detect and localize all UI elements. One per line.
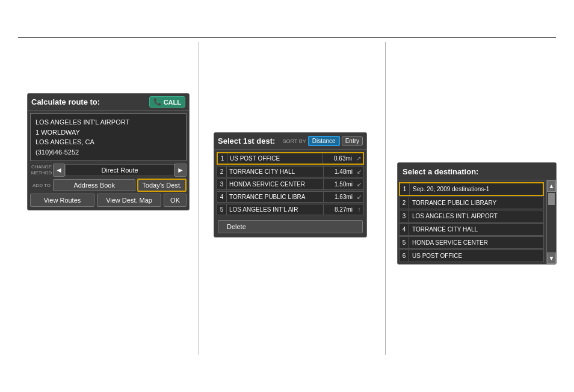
item-name-3: HONDA SERVICE CENTER [227, 179, 324, 189]
item-arrow-4: ↙ [355, 194, 363, 200]
dest-item-3[interactable]: 3 HONDA SERVICE CENTER 1.50mi ↙ [217, 179, 364, 190]
route-next-button[interactable]: ► [174, 164, 187, 177]
address-line-1: LOS ANGELES INT'L AIRPORT [35, 117, 181, 127]
route-method-row: CHANGEMETHOD ◄ Direct Route ► [30, 164, 187, 177]
dest-item-2[interactable]: 2 TORRANCE CITY HALL 1.48mi ↙ [217, 166, 364, 177]
bottom-row: View Routes View Dest. Map OK [30, 194, 187, 207]
item-arrow-3: ↙ [355, 181, 363, 188]
select-item-5[interactable]: 5 HONDA SERVICE CENTER [399, 236, 544, 249]
item-dist-4: 1.63mi [324, 192, 355, 202]
select-item-4[interactable]: 4 TORRANCE CITY HALL [399, 223, 544, 236]
scroll-up-button[interactable]: ▲ [547, 180, 556, 192]
sort-distance-button[interactable]: Distance [308, 136, 340, 146]
select-item-2[interactable]: 2 TORRANCE PUBLIC LIBRARY [399, 197, 544, 209]
select-1st-dest-panel: Select 1st dest: SORT BY Distance Entry … [214, 132, 367, 237]
route-type-display: Direct Route [65, 164, 174, 176]
route-prev-button[interactable]: ◄ [53, 164, 65, 177]
item-num-4: 4 [217, 192, 227, 202]
call-button[interactable]: 📞 CALL [149, 96, 185, 108]
item-arrow-5: ↑ [355, 206, 363, 213]
sort-controls: SORT BY Distance Entry [283, 136, 363, 146]
add-to-row: ADD TO Address Book Today's Dest. [30, 179, 187, 192]
address-display: LOS ANGELES INT'L AIRPORT 1 WORLDWAY LOS… [30, 113, 187, 161]
destinations-list: 1 US POST OFFICE 0.63mi ↗ 2 TORRANCE CIT… [214, 150, 366, 218]
sort-entry-button[interactable]: Entry [342, 136, 363, 145]
item-dist-1: 0.63mi [323, 153, 354, 164]
select-num-6: 6 [400, 250, 409, 262]
item-arrow-1: ↗ [354, 155, 363, 162]
phone-icon: 📞 [153, 98, 162, 106]
select-name-4: TORRANCE CITY HALL [409, 224, 543, 235]
panel1-title: Calculate route to: [31, 97, 100, 106]
item-num-2: 2 [217, 167, 227, 177]
select-num-5: 5 [400, 237, 409, 248]
item-dist-5: 8.27mi [324, 204, 355, 215]
select-name-6: US POST OFFICE [409, 250, 543, 262]
ok-button[interactable]: OK [164, 194, 187, 207]
select-destination-panel: Select a destination: 1 Sep. 20, 2009 de… [397, 162, 557, 265]
item-name-2: TORRANCE CITY HALL [227, 167, 324, 177]
dest-item-4[interactable]: 4 TORRANCE PUBLIC LIBRA 1.63mi ↙ [217, 191, 364, 203]
select-num-2: 2 [400, 197, 409, 209]
divider-2 [385, 42, 386, 355]
scroll-down-button[interactable]: ▼ [547, 253, 556, 264]
panel2-header: Select 1st dest: SORT BY Distance Entry [214, 133, 366, 150]
item-dist-3: 1.50mi [324, 179, 355, 189]
delete-row: Delete [214, 218, 366, 237]
select-num-1: 1 [400, 183, 410, 195]
item-name-1: US POST OFFICE [227, 153, 323, 164]
select-num-3: 3 [400, 210, 409, 222]
select-name-2: TORRANCE PUBLIC LIBRARY [409, 197, 543, 209]
change-method-label: CHANGEMETHOD [30, 164, 53, 176]
select-name-1: Sep. 20, 2009 destinations-1 [410, 183, 543, 195]
address-line-3: LOS ANGELES, CA [35, 137, 181, 147]
select-name-5: HONDA SERVICE CENTER [409, 237, 543, 248]
panel3-body: 1 Sep. 20, 2009 destinations-1 2 TORRANC… [398, 180, 556, 264]
scroll-track [547, 192, 556, 253]
view-dest-map-button[interactable]: View Dest. Map [97, 194, 161, 207]
panel3-header: Select a destination: [398, 163, 556, 180]
panel2-title: Select 1st dest: [218, 136, 275, 145]
item-num-5: 5 [217, 204, 227, 215]
item-name-4: TORRANCE PUBLIC LIBRA [227, 192, 324, 202]
select-item-3[interactable]: 3 LOS ANGELES INT'L AIRPORT [399, 210, 544, 222]
panel1-header: Calculate route to: 📞 CALL [28, 94, 189, 111]
select-name-3: LOS ANGELES INT'L AIRPORT [409, 210, 543, 222]
address-book-button[interactable]: Address Book [53, 179, 135, 191]
select-item-1[interactable]: 1 Sep. 20, 2009 destinations-1 [399, 182, 544, 196]
scrollbar[interactable]: ▲ ▼ [546, 180, 556, 264]
add-to-label: ADD TO [30, 183, 53, 188]
panel3-title: Select a destination: [403, 167, 478, 176]
item-num-1: 1 [218, 153, 227, 164]
view-routes-button[interactable]: View Routes [30, 194, 94, 207]
item-dist-2: 1.48mi [324, 167, 355, 177]
select-num-4: 4 [400, 224, 409, 235]
destination-select-list: 1 Sep. 20, 2009 destinations-1 2 TORRANC… [398, 180, 546, 264]
todays-dest-button[interactable]: Today's Dest. [137, 179, 187, 192]
call-button-label: CALL [164, 99, 181, 106]
top-divider [18, 37, 556, 38]
dest-item-5[interactable]: 5 LOS ANGELES INT'L AIR 8.27mi ↑ [217, 204, 364, 215]
address-line-4: (310)646-5252 [35, 147, 181, 158]
scroll-thumb [548, 193, 555, 205]
divider-1 [199, 42, 199, 355]
calculate-route-panel: Calculate route to: 📞 CALL LOS ANGELES I… [27, 93, 190, 210]
item-arrow-2: ↙ [355, 168, 363, 175]
select-item-6[interactable]: 6 US POST OFFICE [399, 250, 544, 262]
delete-button[interactable]: Delete [218, 220, 363, 233]
item-num-3: 3 [217, 179, 227, 189]
item-name-5: LOS ANGELES INT'L AIR [227, 204, 324, 215]
address-line-2: 1 WORLDWAY [35, 127, 181, 138]
dest-item-1[interactable]: 1 US POST OFFICE 0.63mi ↗ [217, 152, 364, 165]
sort-by-label: SORT BY [283, 138, 306, 144]
